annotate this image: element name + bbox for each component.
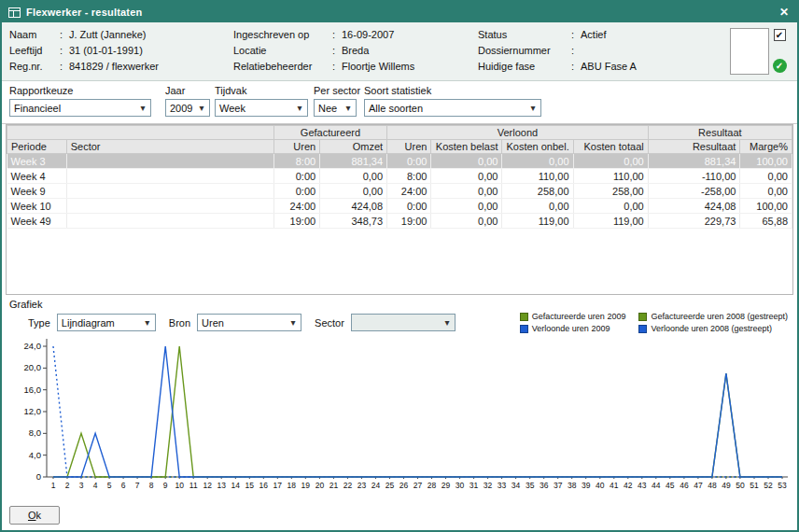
svg-text:6: 6 [121,481,126,490]
svg-text:47: 47 [694,481,703,490]
results-table-container: Gefactureerd Verloond Resultaat Periode … [6,124,793,295]
cell-verloond-uren: 0:00 [387,199,431,214]
legend-text: Verloonde uren 2008 (gestreept) [651,324,772,333]
svg-text:43: 43 [638,481,647,490]
chart-type-select[interactable]: Lijndiagram ▾ [57,314,156,331]
legend-column-2008: Gefactureerde uren 2008 (gestreept) Verl… [638,312,788,333]
cell-omzet: 0,00 [320,169,387,184]
table-row[interactable]: Week 40:000,008:000,00110,00110,00-110,0… [7,169,792,184]
svg-text:41: 41 [610,481,619,490]
cell-omzet: 424,08 [320,199,387,214]
soort-statistiek-select[interactable]: Alle soorten ▾ [364,99,541,117]
type-label: Type [28,317,50,329]
field-relatiebeheerder: Relatiebeheerder : Floortje Willems [233,59,478,75]
chevron-down-icon: ▾ [286,317,301,328]
info-column-3: Status : Actief Dossiernummer : Huidige … [478,27,689,75]
filter-rapportkeuze: Rapportkeuze Financieel ▾ [9,85,151,117]
legend-text: Gefactureerde uren 2008 (gestreept) [651,312,788,321]
svg-text:2: 2 [65,481,70,490]
svg-text:33: 33 [498,481,507,490]
svg-text:16: 16 [259,481,269,490]
cell-gefactureerd-uren: 8:00 [273,154,319,169]
field-label: Reg.nr. [9,59,60,75]
legend-item: Gefactureerde uren 2008 (gestreept) [638,312,788,321]
svg-text:1: 1 [51,481,56,490]
field-value: Floortje Willems [342,59,414,75]
svg-text:21: 21 [329,481,339,490]
chevron-down-icon: ▾ [526,103,540,113]
info-column-2: Ingeschreven op : 16-09-2007 Locatie : B… [233,27,478,75]
field-separator: : [60,43,69,59]
svg-text:15: 15 [245,481,255,490]
field-value: J. Zutt (Janneke) [69,27,147,43]
svg-text:17: 17 [273,481,283,490]
photo-placeholder [730,28,769,75]
per-sector-value: Nee [315,103,341,114]
jaar-select[interactable]: 2009 ▾ [165,99,210,117]
legend-item: Gefactureerde uren 2009 [520,312,626,321]
button-row: Ok [2,503,797,530]
field-separator: : [571,59,581,75]
svg-text:24: 24 [371,481,381,490]
field-label: Locatie [233,43,332,59]
table-row[interactable]: Week 1024:00424,080:000,000,000,00424,08… [7,199,792,214]
rapportkeuze-select[interactable]: Financieel ▾ [9,99,151,117]
svg-text:26: 26 [400,481,409,490]
column-header-row: Periode Sector Uren Omzet Uren Kosten be… [7,140,792,154]
col-sector: Sector [66,140,273,154]
field-separator: : [60,59,69,75]
cell-periode: Week 10 [7,199,67,214]
table-row[interactable]: Week 38:00881,340:000,000,000,00881,3410… [7,154,792,169]
col-omzet: Omzet [320,140,387,154]
cell-kosten-belast: 0,00 [431,169,502,184]
window-icon [8,7,21,18]
ok-button[interactable]: Ok [9,506,60,525]
svg-text:49: 49 [722,481,731,490]
soort-statistiek-value: Alle soorten [365,103,526,114]
svg-text:13: 13 [217,481,226,490]
tijdvak-select[interactable]: Week ▾ [215,99,308,117]
field-separator: : [571,43,581,59]
chevron-down-icon: ▾ [135,103,150,113]
field-value: Breda [342,43,369,59]
field-value: 16-09-2007 [342,27,394,43]
filter-tijdvak: Tijdvak Week ▾ [215,85,308,117]
flexwerker-results-window: Flexwerker - resultaten ✕ Naam : J. Zutt… [0,0,799,532]
svg-text:27: 27 [414,481,423,490]
cell-kosten-belast: 0,00 [431,154,502,169]
field-label: Naam [9,27,60,43]
cell-omzet: 0,00 [320,184,387,199]
svg-text:50: 50 [736,481,745,490]
cell-sector [66,184,273,199]
close-button[interactable]: ✕ [778,6,791,19]
tijdvak-label: Tijdvak [215,85,308,96]
cell-periode: Week 9 [7,184,67,199]
chevron-down-icon: ▾ [440,317,455,328]
svg-text:39: 39 [582,481,591,490]
cell-omzet: 348,73 [320,214,387,229]
cell-gefactureerd-uren: 24:00 [273,199,319,214]
svg-text:34: 34 [512,481,521,490]
legend-swatch [520,313,528,321]
svg-text:40: 40 [596,481,605,490]
cell-resultaat: -258,00 [648,184,740,199]
table-row[interactable]: Week 4919:00348,7319:000,00119,00119,002… [7,214,792,229]
svg-text:25: 25 [385,481,395,490]
chevron-down-icon: ▾ [194,103,209,113]
svg-text:46: 46 [680,481,689,490]
field-status: Status : Actief [478,27,689,43]
header-checkbox[interactable]: ✔ [774,29,786,41]
per-sector-select[interactable]: Nee ▾ [314,99,357,117]
rapportkeuze-label: Rapportkeuze [9,85,151,96]
chart-bron-value: Uren [198,317,286,329]
group-header-row: Gefactureerd Verloond Resultaat [7,126,792,140]
cell-kosten-belast: 0,00 [431,214,502,229]
filter-jaar: Jaar 2009 ▾ [165,85,210,117]
svg-text:11: 11 [189,481,198,490]
group-resultaat: Resultaat [648,126,792,140]
col-marge: Marge% [740,140,792,154]
titlebar[interactable]: Flexwerker - resultaten ✕ [2,2,797,22]
table-row[interactable]: Week 90:000,0024:000,00258,00258,00-258,… [7,184,792,199]
chart-bron-select[interactable]: Uren ▾ [197,314,301,331]
field-label: Status [478,27,571,43]
